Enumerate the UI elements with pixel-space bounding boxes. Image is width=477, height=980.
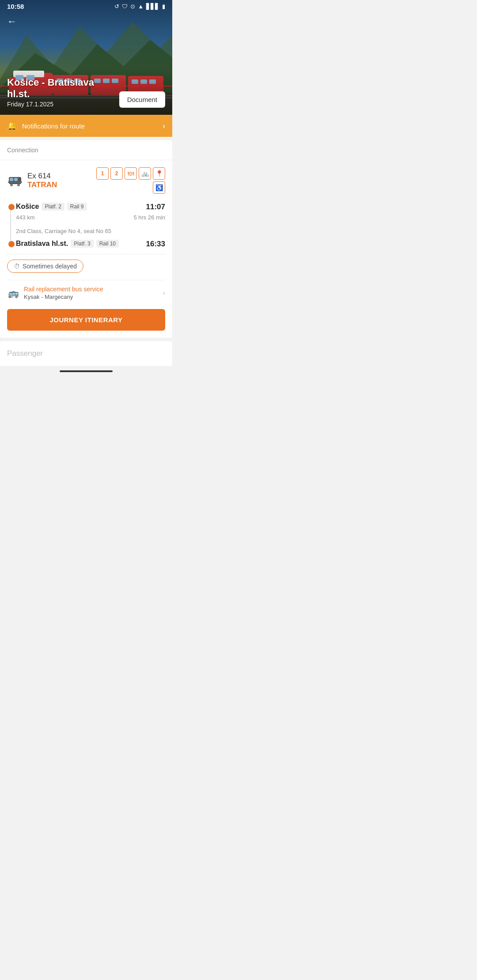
connection-section: Connection Ex 614 T [0,140,172,338]
status-icons: ↺ 🛡 ⊙ ▲ ▋▋▋ ▮ [114,3,165,10]
rotate-icon: ↺ [114,3,119,10]
route-date: Friday 17.1.2025 [7,101,119,108]
rail-replacement-title: Rail replacement bus service [24,286,159,293]
departure-station: Košice [16,203,39,211]
departure-rail: Rail 9 [67,203,87,211]
hero-text: Košice - Bratislava hl.st. Friday 17.1.2… [7,77,119,108]
home-bar [60,370,113,372]
camera-icon: ⊙ [130,3,135,10]
departure-platform: Platf. 2 [42,203,64,211]
delay-text: Sometimes delayed [23,263,77,270]
journey-duration: 5 hrs 26 min [133,214,165,221]
journey-distance: 443 km [16,214,35,221]
back-button[interactable]: ← [5,14,19,29]
arrival-rail: Rail 10 [96,240,119,248]
signal-icon: ▋▋▋ [146,3,159,10]
wifi-icon: ▲ [138,3,144,10]
class1-badge: 1 [96,167,109,180]
wheelchair-badge: ♿ [153,181,165,194]
departure-name-row: Košice Platf. 2 Rail 9 [16,203,87,211]
shield-icon: 🛡 [122,3,128,10]
arrival-station: Bratislava hl.st. [16,240,68,248]
journey-meta: 443 km 5 hrs 26 min [16,214,165,221]
svg-point-28 [17,184,20,186]
train-brand-text: TATRAN [27,181,57,189]
home-indicator [0,366,172,377]
bus-icon: 🚌 [7,288,19,298]
connection-header: Connection [0,140,172,160]
svg-rect-25 [10,178,13,181]
status-bar: 10:58 ↺ 🛡 ⊙ ▲ ▋▋▋ ▮ [0,0,172,13]
train-type-icon [7,173,23,188]
itinerary-button[interactable]: JOURNEY ITINERARY [7,309,165,331]
journey-timeline: Košice Platf. 2 Rail 9 11:07 443 km 5 hr… [7,203,165,249]
divider [7,254,165,254]
battery-icon: ▮ [162,3,165,10]
notifications-bar[interactable]: 🔔 Notifications for route › [0,115,172,137]
rail-replacement-subtitle: Kysak - Margecany [24,294,159,300]
timeline-line [10,208,11,243]
passenger-placeholder: Passenger [7,349,43,358]
svg-rect-26 [14,178,18,181]
rail-replacement-arrow-icon: › [163,289,165,297]
class2-badge: 2 [110,167,123,180]
arrival-platform: Platf. 3 [71,240,93,248]
train-info-row: Ex 614 TATRAN 1 2 🍽 🚲 📍 ♿ [7,167,165,194]
arrival-dot [8,241,15,247]
document-button[interactable]: Document [119,91,165,108]
arrival-name-row: Bratislava hl.st. Platf. 3 Rail 10 [16,240,119,248]
departure-dot [8,204,15,210]
arrival-info: Bratislava hl.st. Platf. 3 Rail 10 16:33 [16,240,165,249]
svg-point-27 [10,184,13,186]
status-time: 10:58 [7,3,24,10]
rail-replacement-row[interactable]: 🚌 Rail replacement bus service Kysak - M… [7,280,165,305]
svg-rect-29 [8,181,22,183]
departure-info: Košice Platf. 2 Rail 9 11:07 [16,203,165,211]
clock-icon: ⏱ [14,263,20,270]
route-title: Košice - Bratislava hl.st. [7,77,119,100]
hero-overlay: Košice - Bratislava hl.st. Friday 17.1.2… [0,70,172,115]
departure-stop: Košice Platf. 2 Rail 9 11:07 [16,203,165,211]
location-badge: 📍 [153,167,165,180]
notifications-text: Notifications for route [22,122,157,130]
rail-replacement-text: Rail replacement bus service Kysak - Mar… [24,286,159,300]
amenity-badges: 1 2 🍽 🚲 📍 ♿ [83,167,165,194]
restaurant-badge: 🍽 [125,167,137,180]
connection-content: Ex 614 TATRAN 1 2 🍽 🚲 📍 ♿ [0,160,172,338]
passenger-section: Passenger [0,341,172,366]
bell-icon: 🔔 [7,121,17,131]
arrival-stop: Bratislava hl.st. Platf. 3 Rail 10 16:33 [16,240,165,249]
back-icon: ← [7,16,17,27]
seat-info: 2nd Class, Carriage No 4, seat No 65 [16,228,165,234]
arrival-time: 16:33 [146,240,165,249]
delay-badge: ⏱ Sometimes delayed [7,260,83,273]
train-type-text: Ex 614 [27,172,51,180]
train-name: Ex 614 TATRAN [27,172,83,189]
hero-image: Košice - Bratislava hl.st. Friday 17.1.2… [0,0,172,115]
bike-badge: 🚲 [139,167,151,180]
train-left: Ex 614 TATRAN [7,172,83,189]
notifications-arrow-icon: › [163,121,165,131]
departure-time: 11:07 [146,203,165,211]
